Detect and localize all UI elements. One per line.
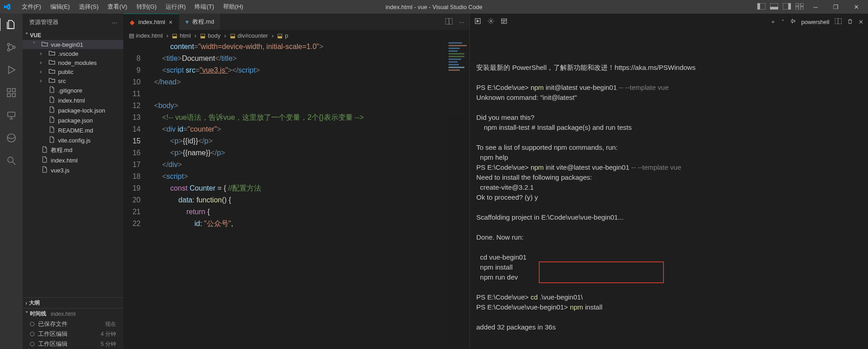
menu-item-6[interactable]: 终端(T) xyxy=(190,1,219,13)
folder-node_modules[interactable]: ›node_modules xyxy=(23,58,123,67)
workspace-root[interactable]: ˅ VUE xyxy=(23,31,123,40)
folder-icon xyxy=(41,41,48,48)
menu-item-4[interactable]: 转到(G) xyxy=(132,1,161,13)
folder-public[interactable]: ›public xyxy=(23,67,123,76)
file-icon xyxy=(41,146,48,154)
folder-vue-begin01[interactable]: ˅vue-begin01 xyxy=(23,40,123,49)
split-terminal-icon[interactable] xyxy=(835,18,842,25)
tab-tutorial-md[interactable]: ▾ 教程.md xyxy=(179,14,221,30)
maximize-button[interactable]: ❐ xyxy=(828,2,844,12)
debug-console-icon[interactable] xyxy=(488,18,494,26)
folder-src[interactable]: ›src xyxy=(23,76,123,85)
code-editor[interactable]: 8910111213141516171819202122 content="wi… xyxy=(123,41,469,349)
breadcrumb-p[interactable]: ⬓p xyxy=(277,32,288,39)
terminal-line: create-vite@3.2.1 xyxy=(476,182,862,192)
terminal-line xyxy=(476,103,862,113)
svg-rect-14 xyxy=(7,93,10,97)
explorer-icon[interactable] xyxy=(0,18,22,31)
tab-index-html[interactable]: ◆ index.html × xyxy=(123,14,179,30)
timeline-section[interactable]: ˅ 时间线 index.html xyxy=(23,309,123,319)
svg-rect-1 xyxy=(757,3,760,10)
svg-rect-7 xyxy=(800,3,804,6)
terminal-panel: ＋ ˅ powershell ✕ 安装最新的 PowerShell，了解新功能和… xyxy=(469,14,868,349)
extensions-icon[interactable] xyxy=(5,86,18,99)
outline-section[interactable]: ›大纲 xyxy=(23,297,123,308)
file-index.html[interactable]: index.html xyxy=(23,155,123,165)
menu-item-0[interactable]: 文件(F) xyxy=(17,1,46,13)
more-icon[interactable]: ··· xyxy=(112,19,117,26)
minimap[interactable] xyxy=(447,41,469,349)
editor-area: ◆ index.html × ▾ 教程.md ··· ▤ index.html›… xyxy=(123,14,469,349)
md-file-icon: ▾ xyxy=(185,18,189,25)
menu-item-3[interactable]: 查看(V) xyxy=(103,1,132,13)
file-icon xyxy=(48,96,55,104)
breadcrumb-body[interactable]: ⬓body xyxy=(200,32,220,39)
layout-sidebar-right-icon[interactable] xyxy=(783,3,791,11)
terminal-line: Scaffolding project in E:\Code\vue\vue-b… xyxy=(476,212,862,222)
svg-rect-8 xyxy=(795,7,799,10)
terminal-line xyxy=(476,133,862,143)
file-package.json[interactable]: package.json xyxy=(23,115,123,125)
terminal-line xyxy=(476,73,862,83)
file-vue3.js[interactable]: vue3.js xyxy=(23,165,123,175)
close-button[interactable]: ✕ xyxy=(848,2,864,12)
layout-editor-icon[interactable] xyxy=(757,3,766,11)
file-icon xyxy=(48,116,55,124)
file-教程.md[interactable]: 教程.md xyxy=(23,145,123,155)
menu-item-7[interactable]: 帮助(H) xyxy=(219,1,248,13)
search-icon[interactable] xyxy=(5,154,18,167)
tab-bar: ◆ index.html × ▾ 教程.md ··· xyxy=(123,14,469,30)
terminal-body[interactable]: 安装最新的 PowerShell，了解新功能和改进！https://aka.ms… xyxy=(470,30,868,349)
menu-item-1[interactable]: 编辑(E) xyxy=(46,1,74,13)
svg-rect-3 xyxy=(770,7,778,10)
timeline-item-0[interactable]: 已保存文件现在 xyxy=(23,319,123,329)
folder-icon xyxy=(48,68,55,75)
kill-terminal-icon[interactable] xyxy=(847,18,853,26)
file-README.md[interactable]: README.md xyxy=(23,125,123,135)
terminal-line: Unknown command: "init@latest" xyxy=(476,93,862,103)
run-icon[interactable] xyxy=(474,18,481,26)
run-debug-icon[interactable] xyxy=(5,64,18,76)
remote-icon[interactable] xyxy=(5,109,18,122)
terminal-line: Done. Now run: xyxy=(476,232,862,242)
file-icon xyxy=(48,136,55,144)
terminal-run-icon[interactable] xyxy=(790,18,796,25)
close-tab-icon[interactable]: × xyxy=(169,19,172,26)
breadcrumb-div#counter[interactable]: ⬓div#counter xyxy=(230,32,268,39)
layout-panel-icon[interactable] xyxy=(770,3,778,11)
file-.gitignore[interactable]: .gitignore xyxy=(23,85,123,95)
svg-point-23 xyxy=(490,20,492,22)
new-terminal-icon[interactable]: ＋ xyxy=(770,18,776,26)
terminal-line: PS E:\Code\vue> cd .\vue-begin01\ xyxy=(476,292,862,302)
close-panel-icon[interactable]: ✕ xyxy=(858,19,863,25)
terminal-line xyxy=(476,312,862,322)
layout-customize-icon[interactable] xyxy=(795,3,804,11)
split-editor-icon[interactable] xyxy=(445,18,453,26)
file-index.html[interactable]: index.html xyxy=(23,95,123,105)
svg-point-10 xyxy=(8,44,10,46)
timeline-item-1[interactable]: 工作区编辑4 分钟 xyxy=(23,329,123,339)
output-icon[interactable] xyxy=(501,18,507,26)
minimize-button[interactable]: ─ xyxy=(808,2,823,12)
more-actions-icon[interactable]: ··· xyxy=(459,19,464,25)
menu-item-2[interactable]: 选择(S) xyxy=(74,1,103,13)
terminal-line: Need to install the following packages: xyxy=(476,172,862,182)
file-vite.config.js[interactable]: vite.config.js xyxy=(23,135,123,145)
terminal-line: npm install-test # Install package(s) an… xyxy=(476,123,862,133)
breadcrumb[interactable]: ▤ index.html›⬓html›⬓body›⬓div#counter›⬓p xyxy=(123,30,469,41)
source-control-icon[interactable] xyxy=(5,41,18,54)
timeline-item-2[interactable]: 工作区编辑5 分钟 xyxy=(23,339,123,349)
breadcrumb-index.html[interactable]: ▤ index.html xyxy=(129,32,163,39)
breadcrumb-html[interactable]: ⬓html xyxy=(172,32,191,39)
terminal-line: PS E:\Code\vue> npm init@latest vue-begi… xyxy=(476,83,862,93)
terminal-line: 安装最新的 PowerShell，了解新功能和改进！https://aka.ms… xyxy=(476,63,862,73)
terminal-line xyxy=(476,222,862,232)
svg-point-11 xyxy=(8,49,10,51)
menu-item-5[interactable]: 运行(R) xyxy=(161,1,190,13)
file-package-lock.json[interactable]: package-lock.json xyxy=(23,105,123,115)
window-title: index.html - vue - Visual Studio Code xyxy=(385,4,483,10)
terminal-dropdown-icon[interactable]: ˅ xyxy=(781,19,785,25)
edge-tools-icon[interactable] xyxy=(5,132,18,144)
shell-label[interactable]: powershell xyxy=(801,19,829,25)
folder-.vscode[interactable]: ›.vscode xyxy=(23,49,123,58)
